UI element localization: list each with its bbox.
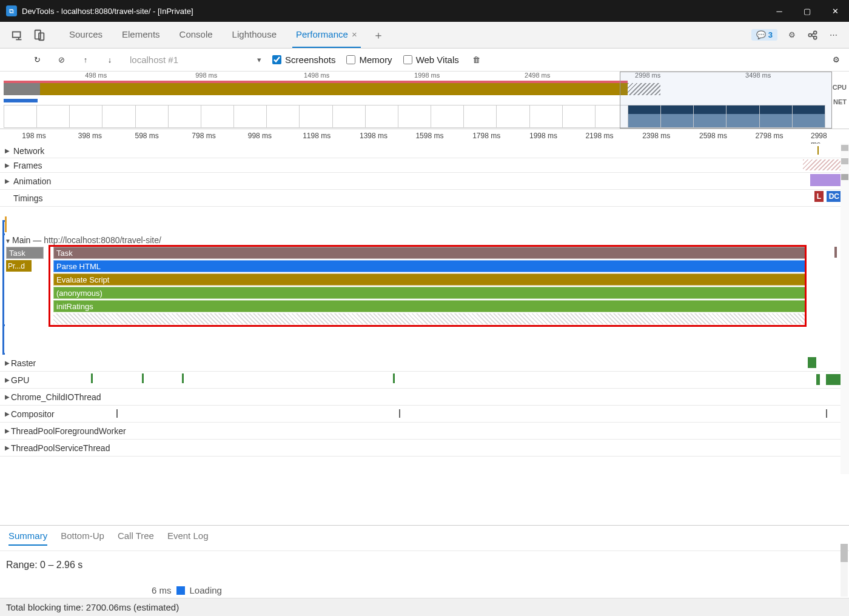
- clear-button[interactable]: ⊘: [55, 53, 68, 67]
- capture-settings-icon[interactable]: ⚙: [830, 53, 843, 67]
- inspect-element-icon[interactable]: [11, 28, 24, 42]
- svg-rect-1: [35, 30, 41, 39]
- tab-console[interactable]: Console: [170, 23, 223, 47]
- svg-point-3: [808, 33, 811, 36]
- flame-task-prd[interactable]: Pr...d: [6, 260, 32, 272]
- tab-bottomup[interactable]: Bottom-Up: [61, 531, 104, 546]
- main-thread-track[interactable]: ▼Main — http://localhost:8080/travel-sit…: [0, 233, 849, 355]
- record-button[interactable]: [6, 53, 19, 67]
- range-text: Range: 0 – 2.96 s: [0, 551, 849, 579]
- status-bar: Total blocking time: 2700.06ms (estimate…: [0, 598, 849, 616]
- settings-icon[interactable]: ⚙: [786, 29, 798, 41]
- recording-selector[interactable]: localhost #1: [127, 55, 181, 65]
- bottom-panel: Summary Bottom-Up Call Tree Event Log Ra…: [0, 525, 849, 598]
- overview-tick: 1498 ms: [304, 72, 329, 79]
- compositor-track[interactable]: ▶Compositor: [0, 406, 849, 423]
- timing-lcp-badge[interactable]: L: [814, 191, 824, 202]
- reload-record-button[interactable]: ↻: [30, 53, 44, 67]
- threadpool-fg-track[interactable]: ▶ThreadPoolForegroundWorker: [0, 423, 849, 440]
- dropdown-caret-icon[interactable]: ▾: [257, 55, 261, 64]
- tracks-panel: ▶Network ▶Frames ▶Animation ▶Timings L D…: [0, 144, 849, 474]
- issues-badge[interactable]: 💬 3: [751, 29, 777, 41]
- web-vitals-checkbox[interactable]: Web Vitals: [403, 55, 459, 65]
- net-label: NET: [833, 98, 847, 105]
- highlight-box: [49, 245, 807, 327]
- frames-track[interactable]: ▶Frames: [0, 158, 849, 173]
- tab-lighthouse[interactable]: Lighthouse: [223, 23, 286, 47]
- screenshots-checkbox[interactable]: Screenshots: [272, 55, 335, 65]
- timings-track[interactable]: ▶Timings L DC: [0, 190, 849, 207]
- tracks-scrollbar[interactable]: [841, 144, 849, 474]
- delete-button[interactable]: 🗑: [470, 53, 483, 67]
- timing-dcl-badge[interactable]: DC: [827, 191, 842, 202]
- maximize-button[interactable]: ▢: [793, 0, 821, 22]
- tab-elements[interactable]: Elements: [112, 23, 170, 47]
- minimize-button[interactable]: ─: [765, 0, 793, 22]
- window-titlebar: ⧉ DevTools - localhost:8080/travel-site/…: [0, 0, 849, 22]
- status-text: Total blocking time: 2700.06ms (estimate…: [6, 602, 179, 612]
- devtools-tab-bar: Sources Elements Console Lighthouse Perf…: [0, 22, 849, 49]
- more-menu-icon[interactable]: ⋯: [827, 29, 839, 41]
- dock-side-icon[interactable]: [807, 29, 819, 41]
- tab-performance[interactable]: Performance×: [286, 23, 367, 47]
- loading-color-swatch: [176, 586, 185, 595]
- add-tab-button[interactable]: ＋: [367, 23, 390, 47]
- bottom-scrollbar[interactable]: [841, 544, 848, 597]
- window-title: DevTools - localhost:8080/travel-site/ -…: [22, 7, 193, 16]
- overview-selection[interactable]: [620, 72, 832, 129]
- performance-toolbar: ↻ ⊘ ↑ ↓ localhost #1 ▾ Screenshots Memor…: [0, 49, 849, 72]
- save-profile-button[interactable]: ↓: [103, 53, 116, 67]
- app-icon: ⧉: [6, 5, 17, 16]
- gpu-track[interactable]: ▶GPU: [0, 372, 849, 389]
- tab-calltree[interactable]: Call Tree: [118, 531, 154, 546]
- overview-tick: 1998 ms: [414, 72, 440, 79]
- tab-summary[interactable]: Summary: [8, 531, 47, 546]
- overview-tick: 498 ms: [85, 72, 107, 79]
- memory-checkbox[interactable]: Memory: [346, 55, 392, 65]
- close-button[interactable]: ✕: [821, 0, 849, 22]
- cpu-label: CPU: [833, 84, 847, 91]
- tab-sources[interactable]: Sources: [59, 23, 112, 47]
- tab-eventlog[interactable]: Event Log: [167, 531, 209, 546]
- network-track[interactable]: ▶Network: [0, 144, 849, 158]
- timeline-overview[interactable]: 498 ms 998 ms 1498 ms 1998 ms 2498 ms 29…: [0, 72, 849, 129]
- timeline-ruler: 198 ms 398 ms 598 ms 798 ms 998 ms 1198 …: [0, 129, 849, 144]
- animation-track[interactable]: ▶Animation: [0, 173, 849, 190]
- legend-loading: 6 ms Loading: [152, 585, 222, 595]
- device-toggle-icon[interactable]: [33, 28, 46, 42]
- svg-rect-0: [13, 32, 21, 37]
- threadpool-svc-track[interactable]: ▶ThreadPoolServiceThread: [0, 440, 849, 457]
- overview-tick: 2498 ms: [525, 72, 550, 79]
- overview-tick: 998 ms: [195, 72, 217, 79]
- raster-track[interactable]: ▶Raster: [0, 355, 849, 372]
- load-profile-button[interactable]: ↑: [79, 53, 92, 67]
- tab-close-icon[interactable]: ×: [352, 29, 357, 39]
- flame-task-short[interactable]: Task: [6, 247, 44, 259]
- chrome-childio-track[interactable]: ▶Chrome_ChildIOThread: [0, 389, 849, 406]
